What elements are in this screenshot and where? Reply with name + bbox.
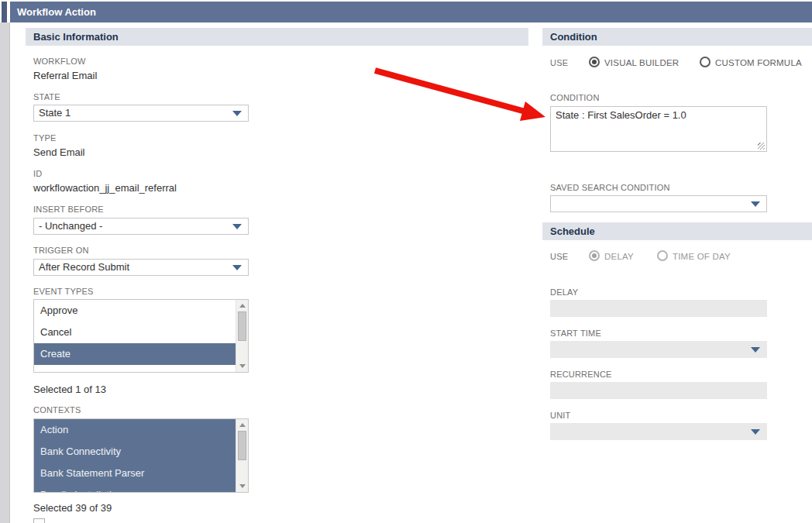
list-item-selected[interactable]: Action (34, 419, 248, 441)
custom-formula-radio[interactable] (700, 57, 710, 67)
scrollbar[interactable] (236, 419, 248, 492)
state-label: STATE (33, 92, 60, 102)
section-header-condition: Condition (542, 28, 812, 46)
chevron-down-icon (232, 265, 242, 270)
dialog-titlebar: Workflow Action (10, 2, 812, 22)
event-types-summary: Selected 1 of 13 (33, 384, 106, 395)
recurrence-label: RECURRENCE (550, 370, 612, 379)
trigger-on-select-value: After Record Submit (39, 261, 129, 273)
scrollbar-thumb[interactable] (238, 431, 246, 460)
scroll-down-icon[interactable] (239, 484, 246, 488)
scroll-up-icon[interactable] (239, 423, 246, 427)
scrollbar[interactable] (236, 300, 248, 372)
schedule-use-label: USE (550, 252, 568, 261)
state-select[interactable]: State 1 (33, 105, 249, 122)
visual-builder-radio-label[interactable]: VISUAL BUILDER (604, 58, 679, 67)
insert-before-select[interactable]: - Unchanged - (33, 218, 249, 235)
insert-before-label: INSERT BEFORE (33, 205, 104, 214)
time-of-day-radio-label: TIME OF DAY (673, 252, 731, 261)
start-time-select-disabled (550, 341, 767, 358)
section-title: Schedule (550, 225, 595, 237)
type-value: Send Email (33, 146, 84, 158)
list-item-selected[interactable]: Bundle Installation (34, 484, 248, 493)
chevron-down-icon (751, 201, 760, 207)
contexts-listbox: Action Bank Connectivity Bank Statement … (33, 418, 249, 493)
list-item[interactable]: Cancel (34, 322, 248, 343)
custom-formula-radio-label[interactable]: CUSTOM FORMULA (715, 58, 802, 67)
trigger-on-select[interactable]: After Record Submit (33, 259, 249, 276)
chevron-down-icon (232, 111, 242, 116)
window-edge-accent (2, 2, 7, 22)
scroll-down-icon[interactable] (239, 364, 246, 368)
delay-label: DELAY (550, 287, 578, 297)
list-item-selected[interactable]: Bank Statement Parser (34, 463, 248, 484)
condition-field-label: CONDITION (550, 93, 600, 102)
list-item-selected[interactable]: Bank Connectivity (34, 441, 248, 463)
list-item[interactable]: Approve (34, 300, 248, 322)
workflow-label: WORKFLOW (33, 57, 86, 66)
workflow-value: Referral Email (33, 70, 97, 81)
chevron-down-icon (751, 347, 760, 353)
id-label: ID (33, 169, 42, 178)
section-title: Condition (550, 31, 597, 43)
list-item-selected[interactable]: Create (34, 343, 248, 365)
resize-grip-icon[interactable] (758, 143, 765, 150)
insert-before-select-value: - Unchanged - (39, 220, 102, 232)
condition-textarea[interactable]: State : First SalesOrder = 1.0 (550, 106, 767, 152)
state-select-value: State 1 (39, 107, 71, 119)
section-header-basic-information: Basic Information (26, 28, 528, 46)
id-value: workflowaction_jj_email_referral (33, 182, 177, 194)
event-types-listbox: Approve Cancel Create Direct List Edit (33, 299, 249, 373)
unit-label: UNIT (550, 411, 570, 420)
section-title: Basic Information (33, 31, 119, 43)
time-of-day-radio (657, 250, 668, 261)
dialog-title: Workflow Action (17, 6, 96, 18)
chevron-down-icon (232, 224, 242, 229)
unit-select-disabled (550, 423, 767, 440)
event-types-label: EVENT TYPES (33, 287, 94, 296)
contexts-summary: Selected 39 of 39 (33, 502, 112, 514)
scroll-up-icon[interactable] (239, 304, 246, 308)
delay-radio (589, 250, 600, 261)
left-gutter (0, 22, 10, 523)
trigger-on-label: TRIGGER ON (33, 246, 89, 255)
saved-search-condition-select[interactable] (550, 195, 767, 212)
workflow-action-dialog: Workflow Action Basic Information WORKFL… (0, 0, 812, 523)
delay-input-disabled (550, 300, 767, 317)
checkbox[interactable] (33, 518, 45, 523)
list-item[interactable]: Direct List Edit (34, 365, 248, 373)
chevron-down-icon (751, 429, 760, 435)
section-header-schedule: Schedule (542, 222, 812, 240)
start-time-label: START TIME (550, 329, 601, 338)
recurrence-input-disabled (550, 382, 767, 399)
condition-use-label: USE (550, 58, 568, 67)
scrollbar-thumb[interactable] (238, 311, 246, 341)
saved-search-condition-label: SAVED SEARCH CONDITION (550, 183, 670, 192)
visual-builder-radio[interactable] (589, 57, 600, 67)
type-label: TYPE (33, 133, 57, 143)
delay-radio-label: DELAY (604, 252, 634, 261)
contexts-label: CONTEXTS (33, 405, 81, 415)
